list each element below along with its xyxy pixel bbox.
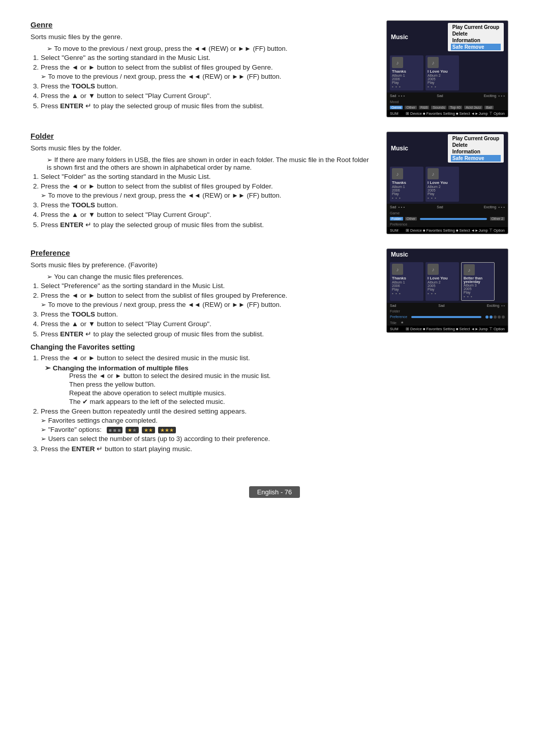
folder-steps-list: Select "Folder" as the sorting standard …: [41, 173, 371, 229]
changing-multiple-text3: Repeat the above operation to select mul…: [69, 389, 371, 397]
popup-information: Information: [451, 37, 501, 44]
folder-tracks: ♪ Thanks Album 1 2006 Play • • • ♪ I Lov…: [387, 165, 508, 204]
folder-item-folder: Folder: [390, 217, 403, 220]
genre-intro: Sorts music files by the genre.: [30, 33, 371, 41]
preference-step-3: Press the TOOLS button.: [41, 310, 371, 318]
track-music-icon-1: ♪: [392, 57, 403, 68]
genre-music-header: Music Play Current Group Delete Informat…: [387, 21, 508, 53]
genre-step-5: Press ENTER ↵ to play the selected group…: [41, 102, 371, 110]
folder-intro: Sorts music files by the folder.: [30, 144, 371, 152]
pref-dots: [485, 315, 505, 319]
folder-popup-information: Information: [451, 148, 501, 155]
popup-play-current: Play Current Group: [451, 24, 501, 30]
folder-genre-row: Game: [387, 210, 508, 216]
preference-step-4: Press the ▲ or ▼ button to select "Play …: [41, 320, 371, 328]
preference-music-box: Music ♪ Thanks Album 1 2006 Play • • • ♪…: [386, 248, 508, 333]
genre-music-box: Music Play Current Group Delete Informat…: [386, 20, 508, 117]
changing-fav-step-3: Press the ENTER ↵ button to start playin…: [41, 445, 371, 453]
preference-music-footer: SUM ⊞ Device ■ Favorites Setting ■ Selec…: [387, 326, 508, 332]
preference-step-2: Press the ◄ or ► button to select from t…: [41, 292, 371, 308]
folder-bar: Folder Other Other 2: [387, 216, 508, 222]
genre-music-footer: SUM ⊞ Device ■ Favorites Setting ■ Selec…: [387, 110, 508, 117]
genre-step-4: Press the ▲ or ▼ button to select "Play …: [41, 92, 371, 100]
genre-text-col: Genre Sorts music files by the genre. To…: [30, 20, 371, 113]
pref-track-icon-2: ♪: [428, 264, 439, 275]
folder-music-box: Music Play Current Group Delete Informat…: [386, 132, 508, 234]
popup-delete: Delete: [451, 30, 501, 37]
genre-tracks: ♪ Thanks Album 1 2006 Play • • • ♪ I Lov…: [387, 53, 508, 92]
folder-track-icon-1: ♪: [392, 168, 403, 179]
genre-item-other: Other: [405, 106, 417, 109]
genre-item-sounds: Sounds: [431, 106, 446, 109]
genre-mood-label-row: Mood: [387, 99, 508, 105]
pref-folder-row: Folder: [387, 308, 508, 314]
pref-mood-row: Sad Sad Exciting • •: [387, 303, 508, 308]
folder-mood-row: Sad • • • Sad Exciting • • •: [387, 204, 508, 210]
page-footer: English - 76: [30, 486, 518, 498]
preference-tracks: ♪ Thanks Album 1 2006 Play • • • ♪ I Lov…: [387, 260, 508, 303]
folder-step-4: Press the ▲ or ▼ button to select "Play …: [41, 211, 371, 218]
folder-text-col: Folder Sorts music files by the folder. …: [30, 132, 371, 232]
genre-title: Genre: [30, 20, 371, 29]
preference-intro: Sorts music files by preference. (Favori…: [30, 261, 371, 269]
genre-step-1: Select "Genre" as the sorting standard i…: [41, 54, 371, 61]
genre-item-top40: Top 40: [448, 106, 462, 109]
preference-section: Preference Sorts music files by preferen…: [30, 248, 518, 456]
genre-section: Genre Sorts music files by the genre. To…: [30, 20, 518, 117]
changing-multiple-title: ➢ Changing the information of multiple f…: [45, 364, 371, 372]
preference-title: Preference: [30, 248, 371, 257]
genre-popup-menu: Play Current Group Delete Information Sa…: [448, 23, 504, 51]
pref-track-icon-3: ♪: [464, 264, 475, 275]
folder-item-other2: Other 2: [490, 217, 505, 220]
folder-popup-safe-remove: Safe Remove: [451, 155, 501, 162]
preference-steps-list: Select "Preference" as the sorting stand…: [41, 282, 371, 338]
folder-music-footer: SUM ⊞ Device ■ Favorites Setting ■ Selec…: [387, 227, 508, 234]
folder-section: Folder Sorts music files by the folder. …: [30, 132, 518, 234]
genre-item-acidjazz: Acid Jazz: [464, 106, 482, 109]
genre-music-box-col: Music Play Current Group Delete Informat…: [386, 20, 518, 117]
genre-step-2: Press the ◄ or ► button to select from t…: [41, 64, 371, 80]
genre-bar: Genre Other R&B Sounds Top 40 Acid Jazz …: [387, 105, 508, 110]
folder-note-many: If there are many folders in USB, the fi…: [47, 156, 371, 171]
preference-music-box-col: Music ♪ Thanks Album 1 2006 Play • • • ♪…: [386, 248, 518, 333]
preference-music-header: Music: [387, 249, 508, 260]
page-number-label: English - 76: [249, 486, 300, 498]
folder-title: Folder: [30, 132, 371, 140]
folder-pref-row: Preference: [387, 222, 508, 227]
genre-steps-list: Select "Genre" as the sorting standard i…: [41, 54, 371, 110]
folder-music-header: Music Play Current Group Delete Informat…: [387, 132, 508, 165]
genre-track-2: ♪ I Love You Album 2 2005 Play • • •: [425, 55, 459, 90]
folder-step-2: Press the ◄ or ► button to select from t…: [41, 182, 371, 199]
genre-item-genre: Genre: [390, 106, 403, 109]
folder-item-other: Other: [405, 217, 417, 220]
changing-favorites-title: Changing the Favorites setting: [30, 343, 371, 351]
genre-mood-row: Sad • • • Sad Exciting • • •: [387, 92, 508, 99]
changing-multiple-text2: Then press the yellow button.: [69, 381, 371, 388]
folder-popup-play-current: Play Current Group: [451, 135, 501, 142]
pref-track-icon-1: ♪: [392, 264, 403, 275]
folder-track-2: ♪ I Love You Album 2 2005 Play • • •: [425, 167, 459, 202]
pref-title-row: Title ★: [387, 320, 508, 326]
popup-safe-remove: Safe Remove: [451, 44, 501, 50]
preference-step-5: Press ENTER ↵ to play the selected group…: [41, 330, 371, 338]
folder-step-5: Press ENTER ↵ to play the selected group…: [41, 220, 371, 229]
pref-track-1: ♪ Thanks Album 1 2006 Play • • •: [390, 262, 423, 301]
folder-step-3: Press the TOOLS button.: [41, 201, 371, 209]
genre-item-rb: R&B: [419, 106, 429, 109]
track-music-icon-2: ♪: [428, 57, 439, 68]
genre-note-tools: To move to the previous / next group, pr…: [47, 45, 371, 52]
folder-popup-delete: Delete: [451, 142, 501, 148]
preference-note-can-change: You can change the music files preferenc…: [47, 273, 371, 280]
folder-music-box-col: Music Play Current Group Delete Informat…: [386, 132, 518, 234]
pref-track-3: ♪ Better than yesterday Album 3 2005 Pla…: [461, 262, 495, 301]
changing-favorites-steps: Press the ◄ or ► button to select the de…: [41, 354, 371, 453]
folder-popup-menu: Play Current Group Delete Information Sa…: [448, 134, 504, 163]
folder-step-1: Select "Folder" as the sorting standard …: [41, 173, 371, 180]
genre-step-3: Press the TOOLS button.: [41, 82, 371, 90]
changing-multiple-text1: Press the ◄ or ► button to select the de…: [69, 372, 371, 380]
preference-step-1: Select "Preference" as the sorting stand…: [41, 282, 371, 290]
genre-track-1: ♪ Thanks Album 1 2006 Play • • •: [390, 55, 423, 90]
folder-track-icon-2: ♪: [428, 168, 439, 179]
changing-fav-step-2: Press the Green button repeatedly until …: [41, 407, 371, 443]
pref-track-2: ♪ I Love You Album 2 2005 Play • • •: [425, 262, 459, 301]
